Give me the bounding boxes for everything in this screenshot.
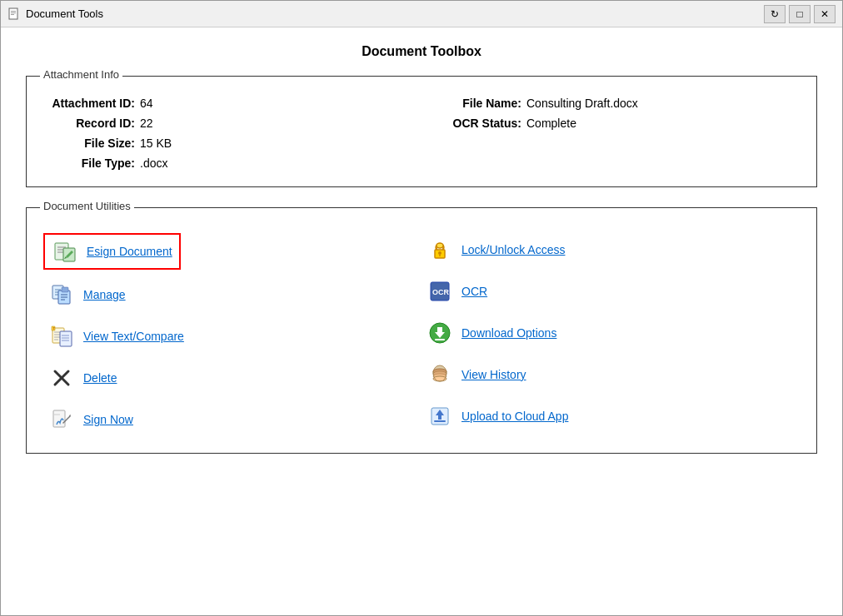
svg-point-35 xyxy=(438,251,441,255)
viewhistory-item[interactable]: View History xyxy=(422,358,800,391)
document-utilities-section: Document Utilities xyxy=(26,207,817,454)
delete-icon xyxy=(48,365,75,391)
svg-rect-3 xyxy=(11,14,14,15)
lockunlock-link[interactable]: Lock/Unlock Access xyxy=(461,243,566,256)
svg-rect-25 xyxy=(60,331,72,346)
svg-text:OCR: OCR xyxy=(432,288,450,296)
attachment-info-legend: Attachment Info xyxy=(40,68,122,81)
viewtext-item[interactable]: T View Text/Compare xyxy=(43,320,422,353)
maximize-button[interactable]: □ xyxy=(789,5,811,23)
svg-rect-31 xyxy=(53,410,65,427)
file-name-row: File Name: Consulting Draft.docx xyxy=(430,97,800,110)
window-content: Document Toolbox Attachment Info Attachm… xyxy=(1,27,842,615)
svg-rect-0 xyxy=(9,8,17,19)
uploadcloud-item[interactable]: Upload to Cloud App xyxy=(422,400,800,433)
manage-item[interactable]: Manage xyxy=(43,278,422,311)
attachment-id-label: Attachment ID: xyxy=(43,97,135,110)
file-size-row: File Size: 15 KB xyxy=(43,137,413,150)
svg-rect-1 xyxy=(11,11,16,12)
page-title: Document Toolbox xyxy=(26,44,817,59)
viewhistory-link[interactable]: View History xyxy=(461,368,526,381)
ocr-status-row: OCR Status: Complete xyxy=(430,117,800,130)
delete-item[interactable]: Delete xyxy=(43,361,422,395)
attachment-info-left: Attachment ID: 64 Record ID: 22 File Siz… xyxy=(43,97,413,170)
attachment-id-value: 64 xyxy=(140,97,153,110)
esign-document-item[interactable]: Esign Document xyxy=(43,233,181,270)
utilities-grid: Esign Document xyxy=(43,233,800,436)
attachment-info-section: Attachment Info Attachment ID: 64 Record… xyxy=(26,76,817,187)
document-utilities-legend: Document Utilities xyxy=(40,200,134,212)
ocr-status-value: Complete xyxy=(526,117,576,130)
main-window: Document Tools ↻ □ ✕ Document Toolbox At… xyxy=(0,0,843,616)
viewhistory-icon xyxy=(426,361,453,388)
file-name-value: Consulting Draft.docx xyxy=(526,97,638,110)
svg-rect-2 xyxy=(11,12,16,13)
viewtext-icon: T xyxy=(48,323,75,350)
file-type-value: .docx xyxy=(140,156,167,170)
close-button[interactable]: ✕ xyxy=(814,5,836,23)
download-link[interactable]: Download Options xyxy=(461,326,556,340)
download-icon xyxy=(426,320,453,346)
utilities-left: Esign Document xyxy=(43,233,422,436)
ocr-link[interactable]: OCR xyxy=(461,285,487,298)
file-type-label: File Type: xyxy=(43,156,135,170)
signnow-link[interactable]: Sign Now xyxy=(83,413,133,426)
viewtext-link[interactable]: View Text/Compare xyxy=(83,330,184,343)
ocr-item[interactable]: OCR OCR xyxy=(422,275,800,308)
delete-link[interactable]: Delete xyxy=(83,371,117,385)
lockunlock-icon xyxy=(426,236,453,263)
attachment-id-row: Attachment ID: 64 xyxy=(43,97,413,110)
record-id-label: Record ID: xyxy=(43,117,135,130)
attachment-info-right: File Name: Consulting Draft.docx OCR Sta… xyxy=(430,97,800,170)
attachment-info-grid: Attachment ID: 64 Record ID: 22 File Siz… xyxy=(43,97,800,170)
utilities-right: Lock/Unlock Access OCR OCR xyxy=(422,233,800,436)
svg-rect-17 xyxy=(62,287,68,292)
esign-document-link[interactable]: Esign Document xyxy=(87,245,172,258)
record-id-row: Record ID: 22 xyxy=(43,117,413,130)
uploadcloud-icon xyxy=(426,403,453,430)
lockunlock-item[interactable]: Lock/Unlock Access xyxy=(422,233,800,266)
file-type-row: File Type: .docx xyxy=(43,156,413,170)
window-controls: ↻ □ ✕ xyxy=(764,5,836,23)
svg-rect-41 xyxy=(435,339,445,340)
file-size-label: File Size: xyxy=(43,137,135,150)
file-name-label: File Name: xyxy=(430,97,521,110)
ocr-status-label: OCR Status: xyxy=(430,117,521,130)
file-size-value: 15 KB xyxy=(140,137,172,150)
record-id-value: 22 xyxy=(140,117,153,130)
manage-icon xyxy=(48,281,75,308)
ocr-icon: OCR xyxy=(426,278,453,305)
signnow-icon xyxy=(48,406,75,433)
title-bar: Document Tools ↻ □ ✕ xyxy=(1,1,842,27)
window-title: Document Tools xyxy=(26,7,764,20)
manage-link[interactable]: Manage xyxy=(83,288,126,301)
window-icon xyxy=(7,7,21,21)
esign-icon xyxy=(52,238,78,265)
signnow-item[interactable]: Sign Now xyxy=(43,403,422,436)
refresh-button[interactable]: ↻ xyxy=(764,5,786,23)
uploadcloud-link[interactable]: Upload to Cloud App xyxy=(461,410,568,423)
download-item[interactable]: Download Options xyxy=(422,316,800,350)
svg-point-33 xyxy=(436,243,443,248)
